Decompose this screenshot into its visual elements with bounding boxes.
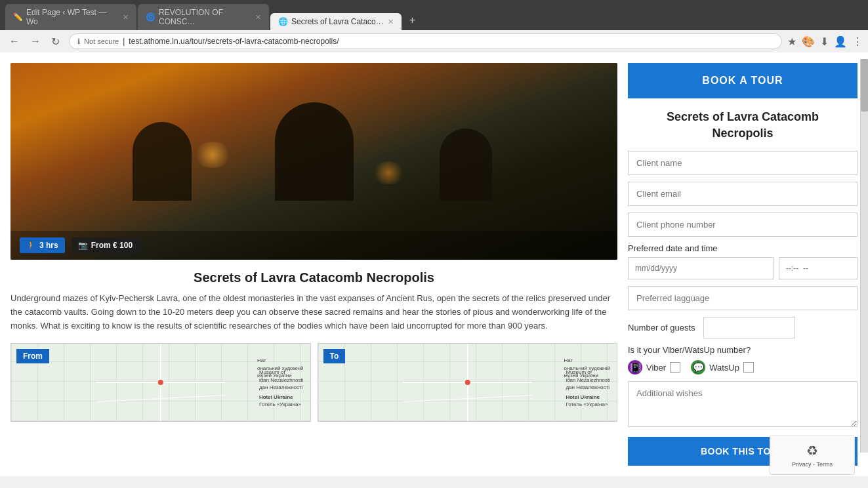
address-bar[interactable]: ℹ Not secure | test.athome.in.ua/tour/se… [69,33,782,49]
tab-3[interactable]: 🌐 Secrets of Lavra Cataco… ✕ [270,13,402,30]
time-input[interactable] [779,257,858,279]
map-to: To Map Satellite ⛶ Museum of idan Nezale… [318,343,618,422]
from-button[interactable]: From [16,349,49,363]
watsup-option: 💬 WatsUp [691,360,754,375]
nav-buttons: ← → ↻ [5,34,64,49]
tab-bar: ✏️ Edit Page ‹ WP Test — Wo ✕ 🌀 REVOLUTI… [5,4,863,30]
form-title: Secrets of Lavra Catacomb Necropolis [628,109,858,142]
book-tour-button[interactable]: BOOK A TOUR [628,63,858,98]
left-column: KYIV 🚶 3 hrs 📷 From € 100 Secrets of [10,63,617,466]
tour-description: Underground mazes of Kyiv-Pechersk Lavra… [10,292,617,333]
camera-icon: 📷 [78,241,88,250]
booking-form: BOOK A TOUR Secrets of Lavra Catacomb Ne… [628,63,858,466]
page-content: KYIV 🚶 3 hrs 📷 From € 100 Secrets of [0,52,868,476]
date-time-row [628,257,858,279]
language-input[interactable] [628,286,858,310]
scrollbar-thumb[interactable] [861,59,868,112]
download-icon[interactable]: ⬇ [820,35,829,48]
watsup-label: WatsUp [709,363,739,373]
tour-title: Secrets of Lavra Catacomb Necropolis [10,270,617,285]
wishes-textarea[interactable] [628,381,858,427]
guests-row: Number of guests [628,317,858,338]
price-badge: 📷 From € 100 [72,237,139,253]
price-text: From € 100 [91,241,133,250]
forward-button[interactable]: → [26,34,45,49]
url-text: test.athome.in.ua/tour/secrets-of-lavra-… [129,37,339,46]
toolbar-right: ★ 🎨 ⬇ 👤 ⋮ [787,35,863,48]
date-time-label: Preferred date and time [628,243,858,253]
new-tab-button[interactable]: + [403,10,422,30]
client-name-input[interactable] [628,151,858,175]
watsup-icon: 💬 [691,360,705,375]
client-phone-input[interactable] [628,213,858,237]
to-button[interactable]: To [323,349,346,363]
scrollbar[interactable] [860,59,868,453]
tab-1[interactable]: ✏️ Edit Page ‹ WP Test — Wo ✕ [5,4,136,30]
address-bar-row: ← → ↻ ℹ Not secure | test.athome.in.ua/t… [0,30,868,52]
form-title-line2: Necropolis [712,127,773,140]
duration-icon: 🚶 [26,241,36,250]
viber-label: Viber [646,363,666,373]
viber-icon: 📳 [628,360,642,375]
tab-1-close[interactable]: ✕ [123,13,129,22]
reload-button[interactable]: ↻ [47,34,64,49]
form-title-line1: Secrets of Lavra Catacomb [667,110,819,123]
recaptcha-widget: ♻ Privacy - Terms [770,436,855,475]
theme-icon[interactable]: 🎨 [802,35,815,48]
guests-label: Number of guests [628,323,695,333]
viber-options: 📳 Viber 💬 WatsUp [628,360,858,375]
bookmark-icon[interactable]: ★ [787,35,796,48]
tab-2-favicon: 🌀 [146,12,155,22]
duration-badge: 🚶 3 hrs [20,237,65,253]
account-icon[interactable]: 👤 [834,35,847,48]
recaptcha-text: Privacy - Terms [778,461,846,468]
svg-point-3 [158,380,163,385]
viber-option: 📳 Viber [628,360,680,375]
map-from-roads [11,344,310,421]
watsup-checkbox[interactable] [743,362,754,373]
maps-row: From Map Satellite ⛶ Museum of idan Neza… [10,343,617,422]
tab-3-label: Secrets of Lavra Cataco… [291,17,384,26]
map-to-grid: Museum of idan Nezalezhnosti дан Незалеж… [318,344,617,421]
url-separator: | [123,37,125,46]
hero-overlay: 🚶 3 hrs 📷 From € 100 [10,231,617,260]
map-to-roads [318,344,617,421]
tab-1-label: Edit Page ‹ WP Test — Wo [26,8,119,26]
recaptcha-logo: ♻ [778,443,846,458]
viber-checkbox[interactable] [670,362,680,373]
tab-2[interactable]: 🌀 REVOLUTION OF CONSC… ✕ [138,4,269,30]
back-button[interactable]: ← [5,34,24,49]
tab-1-favicon: ✏️ [13,12,22,22]
not-secure-label: Not secure [84,37,119,45]
svg-point-7 [465,380,470,385]
hero-image: KYIV 🚶 3 hrs 📷 From € 100 [10,63,617,260]
lock-icon: ℹ [77,37,80,46]
viber-row: Is it your Viber/WatsUp number? 📳 Viber … [628,345,858,375]
tab-2-close[interactable]: ✕ [255,13,261,22]
map-from: From Map Satellite ⛶ Museum of idan Neza… [10,343,311,422]
duration-text: 3 hrs [39,241,58,250]
map-from-grid: Museum of idan Nezalezhnosti дан Незалеж… [11,344,310,421]
tab-3-favicon: 🌐 [278,17,287,26]
tab-3-close[interactable]: ✕ [388,18,394,26]
client-email-input[interactable] [628,182,858,206]
menu-icon[interactable]: ⋮ [852,35,863,48]
browser-chrome: ✏️ Edit Page ‹ WP Test — Wo ✕ 🌀 REVOLUTI… [0,0,868,30]
viber-question-label: Is it your Viber/WatsUp number? [628,345,751,355]
guests-input[interactable] [703,317,795,338]
tab-2-label: REVOLUTION OF CONSC… [159,8,251,26]
date-input[interactable] [628,257,774,279]
